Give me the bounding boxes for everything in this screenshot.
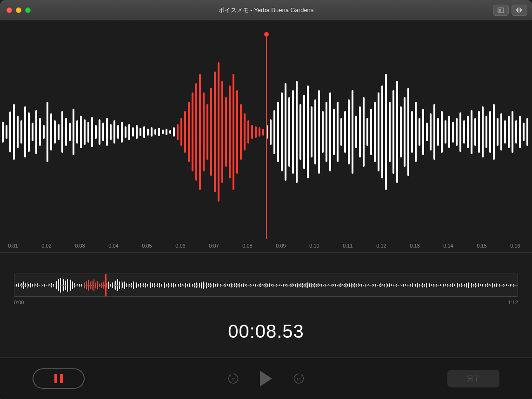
waveform-bar [407, 88, 409, 176]
waveform-bar [281, 92, 283, 171]
waveform-bar [437, 118, 439, 146]
waveform-bar [76, 120, 78, 144]
fullscreen-icon[interactable] [25, 7, 31, 13]
waveform-bar [411, 111, 413, 153]
waveform-bar [337, 102, 339, 162]
svg-rect-3 [517, 8, 518, 12]
close-icon[interactable] [7, 7, 12, 13]
waveform-bar [422, 109, 424, 155]
center-controls: 15 15 [226, 371, 306, 386]
waveform-bar [28, 112, 30, 152]
waveform-bar [508, 116, 510, 148]
waveform-bar [344, 111, 346, 153]
overview-end-time: 1:12 [508, 300, 518, 305]
waveform-bar [6, 125, 7, 139]
waveform-bar [370, 109, 372, 155]
waveform-bar [158, 128, 160, 136]
waveform-bar [314, 99, 316, 164]
waveform-bar [80, 116, 82, 148]
waveform-bar [478, 111, 480, 153]
waveform-bar [445, 120, 446, 144]
waveform-bar [441, 111, 443, 153]
waveform-bar [32, 123, 33, 141]
waveform-bar [69, 123, 71, 141]
waveform-bar [452, 122, 454, 143]
playhead[interactable] [266, 34, 267, 239]
main-waveform[interactable] [0, 25, 532, 239]
waveform-bar [251, 125, 253, 139]
waveform-bar [448, 116, 450, 148]
overview-playhead[interactable] [105, 274, 106, 297]
waveform-bar [419, 118, 420, 146]
waveform-bar [352, 90, 353, 174]
waveform-bar [500, 113, 502, 150]
pause-button[interactable] [33, 368, 85, 389]
waveform-bar [24, 106, 26, 157]
ruler-tick: 0:12 [376, 243, 386, 249]
waveform-bar [173, 127, 175, 137]
overview-waveform[interactable] [14, 274, 518, 297]
waveform-bar [489, 111, 491, 153]
titlebar: ボイスメモ - Yerba Buena Gardens [0, 0, 532, 20]
waveform-bar [188, 102, 190, 162]
waveform-bar [366, 118, 368, 146]
svg-rect-2 [516, 9, 517, 11]
ruler-tick: 0:04 [108, 243, 118, 249]
ruler-tick: 0:03 [75, 243, 85, 249]
svg-text:15: 15 [297, 377, 301, 381]
waveform-bar [2, 122, 4, 143]
waveform-bar [259, 127, 260, 137]
waveform-bar [110, 124, 112, 140]
waveform-bar [482, 106, 484, 157]
play-button[interactable] [260, 371, 272, 386]
waveform-bar [255, 126, 257, 138]
time-ruler[interactable]: 0:010:020:030:040:050:060:070:080:090:10… [0, 239, 532, 253]
waveform-bar [9, 111, 11, 152]
waveform-bar [392, 90, 394, 174]
ruler-tick: 0:02 [41, 243, 51, 249]
waveform-bar [233, 74, 234, 190]
ruler-tick: 0:01 [8, 243, 18, 249]
skip-back-button[interactable]: 15 [226, 372, 240, 386]
waveform-bar [299, 104, 301, 160]
waveform-bar [35, 110, 37, 154]
waveform-bar [236, 90, 238, 174]
ruler-tick: 0:13 [410, 243, 419, 249]
waveform-bar [180, 118, 182, 146]
waveform-bar [136, 125, 138, 139]
minimize-icon[interactable] [16, 7, 21, 13]
trim-button[interactable] [493, 5, 509, 16]
waveform-bar [430, 113, 432, 150]
waveform-bar [318, 90, 320, 174]
skip-back-icon: 15 [227, 372, 240, 385]
ruler-tick: 0:08 [242, 243, 252, 249]
ruler-tick: 0:11 [343, 243, 352, 249]
waveform-bar [497, 118, 499, 146]
waveform-bar [389, 102, 391, 162]
svg-rect-6 [521, 9, 522, 11]
waveform-bar [218, 62, 219, 202]
waveform-bar [121, 122, 123, 143]
waveform-bar [229, 85, 231, 178]
enhance-button[interactable] [512, 5, 527, 16]
skip-forward-button[interactable]: 15 [292, 372, 306, 386]
waveform-bar [177, 124, 179, 140]
waveform-bar [47, 102, 48, 162]
waveform-bar [162, 130, 164, 134]
waveform-bar [113, 120, 115, 144]
ruler-tick: 0:10 [309, 243, 319, 249]
waveform-bar [329, 92, 331, 171]
waveform-bar [433, 104, 435, 160]
waveform-bar [459, 112, 461, 152]
waveform-bar [50, 113, 52, 150]
ruler-tick: 0:16 [510, 243, 520, 249]
waveform-bar [214, 72, 216, 192]
done-button[interactable]: 完了 [447, 370, 499, 387]
skip-forward-icon: 15 [292, 372, 305, 385]
waveform-bar [247, 120, 249, 144]
titlebar-right [493, 5, 527, 16]
playback-controls: 15 15 完了 [0, 357, 532, 399]
waveform-bar [244, 113, 246, 150]
waveform-bar [65, 118, 67, 146]
waveform-bar [91, 117, 93, 147]
